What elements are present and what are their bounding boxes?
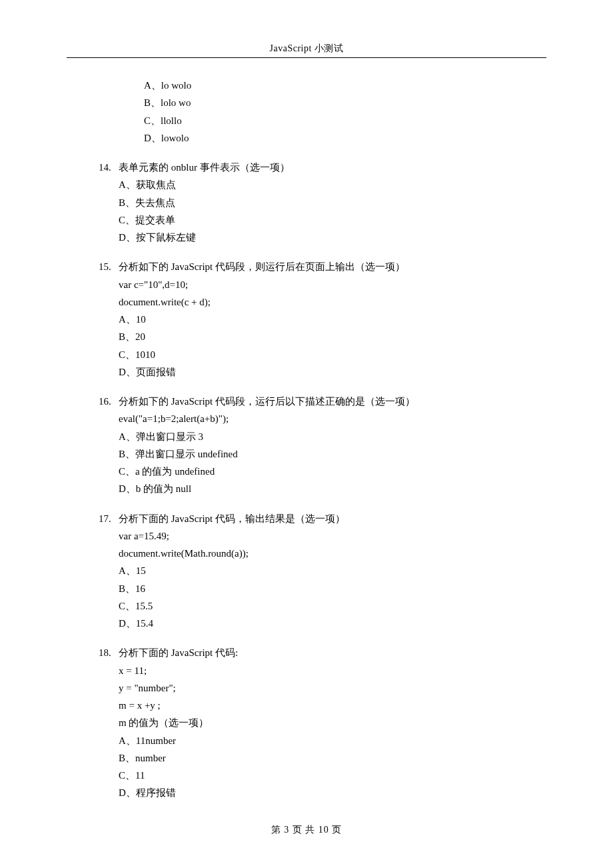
option-d: D、lowolo [144,129,546,147]
option-b: B、lolo wo [144,94,546,111]
option-c: C、llollo [144,112,546,129]
question-number: 18. [99,644,119,661]
option-b: B、弹出窗口显示 undefined [119,445,546,463]
question-number: 15. [99,258,119,275]
question-prompt: 分析如下的 JavaScript 代码段，则运行后在页面上输出（选一项） [119,261,405,272]
page-footer: 第 3 页 共 10 页 [0,824,613,836]
code-line: var a=15.49; [119,527,546,545]
question-14: 14.表单元素的 onblur 事件表示（选一项） A、获取焦点 B、失去焦点 … [99,159,546,246]
option-b: B、20 [119,328,546,345]
question-code: x = 11; y = "number"; m = x +y ; m 的值为（选… [99,662,546,732]
code-line: y = "number"; [119,679,546,697]
question-options: A、弹出窗口显示 3 B、弹出窗口显示 undefined C、a 的值为 un… [99,428,546,498]
option-a: A、11number [119,732,546,749]
question-15: 15.分析如下的 JavaScript 代码段，则运行后在页面上输出（选一项） … [99,258,546,381]
code-line: document.write(Math.round(a)); [119,545,546,562]
option-b: B、number [119,749,546,767]
question-code: var a=15.49; document.write(Math.round(a… [99,527,546,563]
code-line: eval("a=1;b=2;alert(a+b)"); [119,410,546,427]
option-c: C、11 [119,767,546,784]
question-prompt: 表单元素的 onblur 事件表示（选一项） [119,162,290,173]
question-prompt-line: 15.分析如下的 JavaScript 代码段，则运行后在页面上输出（选一项） [99,258,546,275]
option-d: D、按下鼠标左键 [119,229,546,246]
page-header: JavaScript 小测试 [67,43,546,58]
option-c: C、15.5 [119,597,546,615]
question-prompt-line: 18.分析下面的 JavaScript 代码: [99,644,546,661]
code-line: document.write(c + d); [119,293,546,311]
header-title: JavaScript 小测试 [270,43,344,53]
question-prompt-line: 14.表单元素的 onblur 事件表示（选一项） [99,159,546,176]
question-options: A、11number B、number C、11 D、程序报错 [99,732,546,802]
option-c: C、a 的值为 undefined [119,463,546,480]
option-d: D、15.4 [119,615,546,632]
question-17: 17.分析下面的 JavaScript 代码，输出结果是（选一项） var a=… [99,510,546,633]
option-b: B、16 [119,580,546,597]
question-number: 14. [99,159,119,176]
question-number: 16. [99,393,119,410]
option-d: D、b 的值为 null [119,480,546,497]
option-c: C、提交表单 [119,211,546,229]
question-code: eval("a=1;b=2;alert(a+b)"); [99,410,546,427]
page-content: A、lo wolo B、lolo wo C、llollo D、lowolo 14… [67,77,546,802]
question-prompt: 分析下面的 JavaScript 代码，输出结果是（选一项） [119,513,345,524]
option-a: A、15 [119,562,546,579]
question-18: 18.分析下面的 JavaScript 代码: x = 11; y = "num… [99,644,546,801]
document-page: JavaScript 小测试 A、lo wolo B、lolo wo C、llo… [0,0,613,868]
option-d: D、页面报错 [119,363,546,381]
option-b: B、失去焦点 [119,194,546,211]
option-a: A、10 [119,311,546,328]
question-prompt: 分析如下的 JavaScript 代码段，运行后以下描述正确的是（选一项） [119,396,415,407]
code-line: x = 11; [119,662,546,679]
question-prompt-line: 16.分析如下的 JavaScript 代码段，运行后以下描述正确的是（选一项） [99,393,546,410]
code-line: m = x +y ; [119,697,546,714]
option-d: D、程序报错 [119,784,546,801]
question-prompt-line: 17.分析下面的 JavaScript 代码，输出结果是（选一项） [99,510,546,527]
code-line: var c="10",d=10; [119,276,546,293]
option-a: A、获取焦点 [119,176,546,193]
question-code: var c="10",d=10; document.write(c + d); [99,276,546,311]
question-options: A、获取焦点 B、失去焦点 C、提交表单 D、按下鼠标左键 [99,176,546,246]
option-c: C、1010 [119,346,546,363]
question-options: A、10 B、20 C、1010 D、页面报错 [99,311,546,381]
option-a: A、弹出窗口显示 3 [119,428,546,445]
code-line: m 的值为（选一项） [119,714,546,731]
question-16: 16.分析如下的 JavaScript 代码段，运行后以下描述正确的是（选一项）… [99,393,546,498]
question-number: 17. [99,510,119,527]
question-prompt: 分析下面的 JavaScript 代码: [119,647,238,658]
page-number: 第 3 页 共 10 页 [271,825,342,835]
q13-options-continued: A、lo wolo B、lolo wo C、llollo D、lowolo [99,77,546,147]
question-options: A、15 B、16 C、15.5 D、15.4 [99,562,546,632]
option-a: A、lo wolo [144,77,546,94]
